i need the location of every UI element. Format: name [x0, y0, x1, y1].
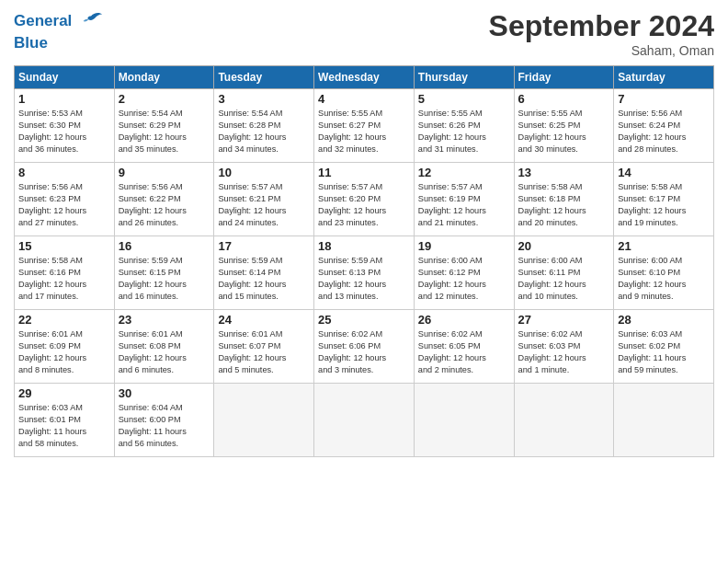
day-number: 21 — [618, 239, 710, 253]
calendar-cell: 12Sunrise: 5:57 AMSunset: 6:19 PMDayligh… — [414, 163, 514, 236]
day-info: Sunrise: 5:55 AMSunset: 6:25 PMDaylight:… — [518, 108, 610, 155]
day-number: 30 — [119, 386, 210, 400]
day-number: 9 — [119, 166, 210, 179]
day-number: 12 — [418, 166, 510, 179]
day-number: 23 — [119, 313, 210, 327]
calendar-cell: 18Sunrise: 5:59 AMSunset: 6:13 PMDayligh… — [314, 236, 415, 310]
day-info: Sunrise: 5:58 AMSunset: 6:16 PMDaylight:… — [18, 255, 110, 303]
logo-text-blue: Blue — [14, 35, 104, 52]
day-info: Sunrise: 5:57 AMSunset: 6:20 PMDaylight:… — [318, 181, 410, 229]
calendar-cell: 25Sunrise: 6:02 AMSunset: 6:06 PMDayligh… — [314, 310, 415, 384]
day-info: Sunrise: 5:58 AMSunset: 6:18 PMDaylight:… — [518, 181, 610, 229]
day-info: Sunrise: 5:56 AMSunset: 6:23 PMDaylight:… — [18, 181, 110, 229]
day-info: Sunrise: 6:00 AMSunset: 6:10 PMDaylight:… — [618, 255, 710, 303]
calendar-cell: 29Sunrise: 6:03 AMSunset: 6:01 PMDayligh… — [15, 384, 115, 457]
day-number: 29 — [18, 386, 110, 400]
calendar-week-4: 22Sunrise: 6:01 AMSunset: 6:09 PMDayligh… — [15, 310, 714, 384]
day-info: Sunrise: 6:01 AMSunset: 6:09 PMDaylight:… — [18, 328, 110, 376]
day-info: Sunrise: 6:04 AMSunset: 6:00 PMDaylight:… — [119, 402, 210, 450]
day-info: Sunrise: 6:02 AMSunset: 6:03 PMDaylight:… — [518, 328, 610, 376]
day-info: Sunrise: 6:03 AMSunset: 6:01 PMDaylight:… — [18, 402, 110, 450]
day-info: Sunrise: 5:56 AMSunset: 6:24 PMDaylight:… — [618, 108, 710, 155]
calendar-header-row: SundayMondayTuesdayWednesdayThursdayFrid… — [15, 66, 714, 89]
calendar-cell: 22Sunrise: 6:01 AMSunset: 6:09 PMDayligh… — [15, 310, 115, 384]
calendar-cell: 14Sunrise: 5:58 AMSunset: 6:17 PMDayligh… — [614, 163, 714, 236]
day-info: Sunrise: 5:56 AMSunset: 6:22 PMDaylight:… — [119, 181, 210, 229]
calendar-cell: 1Sunrise: 5:53 AMSunset: 6:30 PMDaylight… — [15, 89, 115, 163]
calendar-cell: 15Sunrise: 5:58 AMSunset: 6:16 PMDayligh… — [15, 236, 115, 310]
calendar-cell: 20Sunrise: 6:00 AMSunset: 6:11 PMDayligh… — [514, 236, 614, 310]
calendar-cell: 11Sunrise: 5:57 AMSunset: 6:20 PMDayligh… — [314, 163, 415, 236]
title-block: September 2024 Saham, Oman — [489, 9, 714, 58]
day-number: 17 — [218, 239, 310, 253]
day-number: 28 — [618, 313, 710, 327]
calendar-cell — [514, 384, 614, 457]
calendar-cell: 30Sunrise: 6:04 AMSunset: 6:00 PMDayligh… — [114, 384, 214, 457]
day-number: 11 — [318, 166, 410, 179]
calendar-week-2: 8Sunrise: 5:56 AMSunset: 6:23 PMDaylight… — [15, 163, 714, 236]
calendar-cell: 16Sunrise: 5:59 AMSunset: 6:15 PMDayligh… — [114, 236, 214, 310]
calendar-cell: 26Sunrise: 6:02 AMSunset: 6:05 PMDayligh… — [414, 310, 514, 384]
calendar-cell: 21Sunrise: 6:00 AMSunset: 6:10 PMDayligh… — [614, 236, 714, 310]
day-info: Sunrise: 5:59 AMSunset: 6:13 PMDaylight:… — [318, 255, 410, 303]
day-info: Sunrise: 6:00 AMSunset: 6:11 PMDaylight:… — [518, 255, 610, 303]
day-number: 2 — [119, 92, 210, 106]
day-info: Sunrise: 6:03 AMSunset: 6:02 PMDaylight:… — [618, 328, 710, 376]
day-number: 24 — [218, 313, 310, 327]
day-number: 15 — [18, 239, 110, 253]
col-header-friday: Friday — [514, 66, 614, 89]
logo-bird-icon — [78, 9, 104, 35]
calendar-cell: 23Sunrise: 6:01 AMSunset: 6:08 PMDayligh… — [114, 310, 214, 384]
calendar-cell: 5Sunrise: 5:55 AMSunset: 6:26 PMDaylight… — [414, 89, 514, 163]
calendar-cell — [414, 384, 514, 457]
calendar-cell: 6Sunrise: 5:55 AMSunset: 6:25 PMDaylight… — [514, 89, 614, 163]
col-header-saturday: Saturday — [614, 66, 714, 89]
logo-text-general: General — [14, 12, 72, 29]
day-number: 16 — [119, 239, 210, 253]
calendar-cell: 19Sunrise: 6:00 AMSunset: 6:12 PMDayligh… — [414, 236, 514, 310]
calendar-cell: 4Sunrise: 5:55 AMSunset: 6:27 PMDaylight… — [314, 89, 415, 163]
day-info: Sunrise: 6:02 AMSunset: 6:05 PMDaylight:… — [418, 328, 510, 376]
day-number: 22 — [18, 313, 110, 327]
day-number: 1 — [18, 92, 110, 106]
day-number: 8 — [18, 166, 110, 179]
day-info: Sunrise: 6:00 AMSunset: 6:12 PMDaylight:… — [418, 255, 510, 303]
calendar-body: 1Sunrise: 5:53 AMSunset: 6:30 PMDaylight… — [15, 89, 714, 457]
day-number: 20 — [518, 239, 610, 253]
day-info: Sunrise: 5:54 AMSunset: 6:29 PMDaylight:… — [119, 108, 210, 155]
location: Saham, Oman — [489, 43, 714, 58]
calendar-cell: 3Sunrise: 5:54 AMSunset: 6:28 PMDaylight… — [214, 89, 314, 163]
col-header-monday: Monday — [114, 66, 214, 89]
day-info: Sunrise: 6:01 AMSunset: 6:08 PMDaylight:… — [119, 328, 210, 376]
calendar-cell: 13Sunrise: 5:58 AMSunset: 6:18 PMDayligh… — [514, 163, 614, 236]
col-header-thursday: Thursday — [414, 66, 514, 89]
day-info: Sunrise: 5:57 AMSunset: 6:19 PMDaylight:… — [418, 181, 510, 229]
page-container: General Blue September 2024 Saham, Oman … — [0, 0, 728, 466]
day-number: 4 — [318, 92, 410, 106]
month-title: September 2024 — [489, 9, 714, 43]
calendar-cell: 2Sunrise: 5:54 AMSunset: 6:29 PMDaylight… — [114, 89, 214, 163]
day-number: 6 — [518, 92, 610, 106]
day-info: Sunrise: 5:59 AMSunset: 6:14 PMDaylight:… — [218, 255, 310, 303]
calendar-cell: 7Sunrise: 5:56 AMSunset: 6:24 PMDaylight… — [614, 89, 714, 163]
day-number: 5 — [418, 92, 510, 106]
day-info: Sunrise: 5:59 AMSunset: 6:15 PMDaylight:… — [119, 255, 210, 303]
day-number: 13 — [518, 166, 610, 179]
day-number: 26 — [418, 313, 510, 327]
calendar-cell: 10Sunrise: 5:57 AMSunset: 6:21 PMDayligh… — [214, 163, 314, 236]
calendar-cell — [214, 384, 314, 457]
calendar-cell: 28Sunrise: 6:03 AMSunset: 6:02 PMDayligh… — [614, 310, 714, 384]
calendar-week-5: 29Sunrise: 6:03 AMSunset: 6:01 PMDayligh… — [15, 384, 714, 457]
day-info: Sunrise: 5:54 AMSunset: 6:28 PMDaylight:… — [218, 108, 310, 155]
day-number: 14 — [618, 166, 710, 179]
calendar-cell: 17Sunrise: 5:59 AMSunset: 6:14 PMDayligh… — [214, 236, 314, 310]
calendar-week-1: 1Sunrise: 5:53 AMSunset: 6:30 PMDaylight… — [15, 89, 714, 163]
logo: General Blue — [14, 9, 104, 52]
day-info: Sunrise: 5:53 AMSunset: 6:30 PMDaylight:… — [18, 108, 110, 155]
calendar-cell: 8Sunrise: 5:56 AMSunset: 6:23 PMDaylight… — [15, 163, 115, 236]
day-info: Sunrise: 6:02 AMSunset: 6:06 PMDaylight:… — [318, 328, 410, 376]
calendar-cell: 9Sunrise: 5:56 AMSunset: 6:22 PMDaylight… — [114, 163, 214, 236]
day-info: Sunrise: 6:01 AMSunset: 6:07 PMDaylight:… — [218, 328, 310, 376]
calendar-cell — [614, 384, 714, 457]
day-number: 25 — [318, 313, 410, 327]
